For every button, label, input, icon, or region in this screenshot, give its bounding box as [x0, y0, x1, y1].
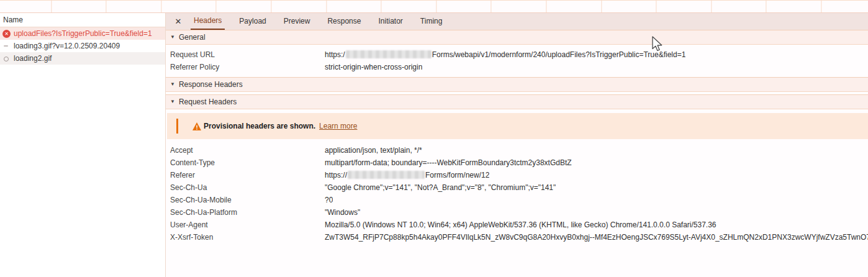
- header-key: Referer: [166, 169, 325, 181]
- header-key: Sec-Ch-Ua: [166, 181, 325, 194]
- value-prefix: https://: [325, 171, 347, 179]
- header-value: https://Forms/form/new/12: [325, 169, 489, 181]
- warning-accent-bar: [176, 119, 178, 134]
- detail-tabbar: ✕ Headers Payload Preview Response Initi…: [166, 13, 868, 30]
- header-value: Mozilla/5.0 (Windows NT 10.0; Win64; x64…: [325, 219, 717, 231]
- gif-file-icon: [2, 55, 11, 63]
- tab-initiator[interactable]: Initiator: [375, 13, 405, 30]
- chevron-expanded-icon: ▼: [170, 95, 175, 109]
- request-detail-panel: ✕ Headers Payload Preview Response Initi…: [166, 13, 868, 277]
- header-row-sec-ch-ua-platform: Sec-Ch-Ua-Platform "Windows": [166, 206, 868, 219]
- name-column-header[interactable]: Name: [0, 13, 165, 27]
- request-row-uploadfiles[interactable]: ✕ uploadFiles?IsTriggerPublic=True&field…: [0, 27, 165, 40]
- error-icon: ✕: [2, 30, 11, 38]
- header-value: application/json, text/plain, */*: [325, 144, 422, 157]
- redacted-text: [348, 171, 425, 179]
- image-file-icon: [2, 42, 11, 50]
- general-rows: Request URL https:/Forms/webapi/v1/moder…: [166, 45, 868, 77]
- header-key: Request URL: [166, 48, 325, 61]
- section-header-general[interactable]: ▼ General: [166, 30, 868, 45]
- section-title: Response Headers: [179, 78, 243, 91]
- value-suffix: Forms/form/new/12: [425, 171, 489, 179]
- section-header-response-headers[interactable]: ▼ Response Headers: [166, 77, 868, 92]
- header-key: Accept: [166, 144, 325, 157]
- header-value: multipart/form-data; boundary=----WebKit…: [325, 157, 572, 169]
- provisional-headers-warning: Provisional headers are shown. Learn mor…: [167, 113, 868, 139]
- header-value: ZwT3W54_RFjP7Cp88kp5h4Akay0PFF4VIlqLk5N_…: [325, 231, 868, 243]
- header-key: Referrer Policy: [166, 61, 325, 73]
- header-row-content-type: Content-Type multipart/form-data; bounda…: [166, 157, 868, 169]
- header-row-accept: Accept application/json, text/plain, */*: [166, 144, 868, 157]
- header-row-x-xsrf-token: X-Xsrf-Token ZwT3W54_RFjP7Cp88kp5h4Akay0…: [166, 231, 868, 243]
- request-name: loading2.gif: [14, 52, 52, 65]
- value-prefix: https:/: [325, 50, 345, 59]
- header-key: Sec-Ch-Ua-Platform: [166, 206, 325, 219]
- request-name: loading3.gif?v=12.0.2509.20409: [14, 40, 120, 52]
- request-name: uploadFiles?IsTriggerPublic=True&field=1: [14, 27, 152, 40]
- header-row-request-url: Request URL https:/Forms/webapi/v1/moder…: [166, 48, 868, 61]
- header-row-user-agent: User-Agent Mozilla/5.0 (Windows NT 10.0;…: [166, 219, 868, 231]
- request-header-rows: Accept application/json, text/plain, */*…: [166, 139, 868, 247]
- header-value: https:/Forms/webapi/v1/modernform/240/up…: [325, 48, 685, 61]
- header-value: "Windows": [325, 206, 360, 219]
- header-key: X-Xsrf-Token: [166, 231, 325, 243]
- section-title: Request Headers: [179, 95, 237, 109]
- warning-text: Provisional headers are shown.: [204, 122, 315, 130]
- header-key: User-Agent: [166, 219, 325, 231]
- header-value: strict-origin-when-cross-origin: [325, 61, 422, 73]
- section-title: General: [179, 30, 206, 44]
- header-row-sec-ch-ua: Sec-Ch-Ua "Google Chrome";v="141", "Not?…: [166, 181, 868, 194]
- redacted-text: [346, 50, 432, 58]
- learn-more-link[interactable]: Learn more: [319, 122, 357, 130]
- header-value: ?0: [325, 194, 333, 206]
- value-suffix: Forms/webapi/v1/modernform/240/uploadFil…: [432, 50, 686, 59]
- tab-payload[interactable]: Payload: [236, 13, 269, 30]
- header-row-referer: Referer https://Forms/form/new/12: [166, 169, 868, 181]
- header-value: "Google Chrome";v="141", "Not?A_Brand";v…: [325, 181, 556, 194]
- header-key: Content-Type: [166, 157, 325, 169]
- tab-timing[interactable]: Timing: [417, 13, 446, 30]
- tab-response[interactable]: Response: [324, 13, 364, 30]
- request-row-loading3[interactable]: loading3.gif?v=12.0.2509.20409: [0, 40, 165, 52]
- header-row-referrer-policy: Referrer Policy strict-origin-when-cross…: [166, 61, 868, 73]
- network-main-area: Name ✕ uploadFiles?IsTriggerPublic=True&…: [0, 13, 868, 277]
- requests-sidebar: Name ✕ uploadFiles?IsTriggerPublic=True&…: [0, 13, 166, 277]
- warning-icon: [192, 122, 201, 130]
- section-header-request-headers[interactable]: ▼ Request Headers: [166, 94, 868, 109]
- header-key: Sec-Ch-Ua-Mobile: [166, 194, 325, 206]
- tab-preview[interactable]: Preview: [281, 13, 314, 30]
- chevron-expanded-icon: ▼: [170, 30, 175, 44]
- tab-headers[interactable]: Headers: [191, 13, 225, 30]
- chevron-expanded-icon: ▼: [170, 78, 175, 91]
- request-row-loading2[interactable]: loading2.gif: [0, 52, 165, 65]
- devtools-network-panel: Name ✕ uploadFiles?IsTriggerPublic=True&…: [0, 0, 868, 277]
- close-icon[interactable]: ✕: [173, 17, 183, 27]
- network-overview-strip[interactable]: [0, 0, 868, 13]
- header-row-sec-ch-ua-mobile: Sec-Ch-Ua-Mobile ?0: [166, 194, 868, 206]
